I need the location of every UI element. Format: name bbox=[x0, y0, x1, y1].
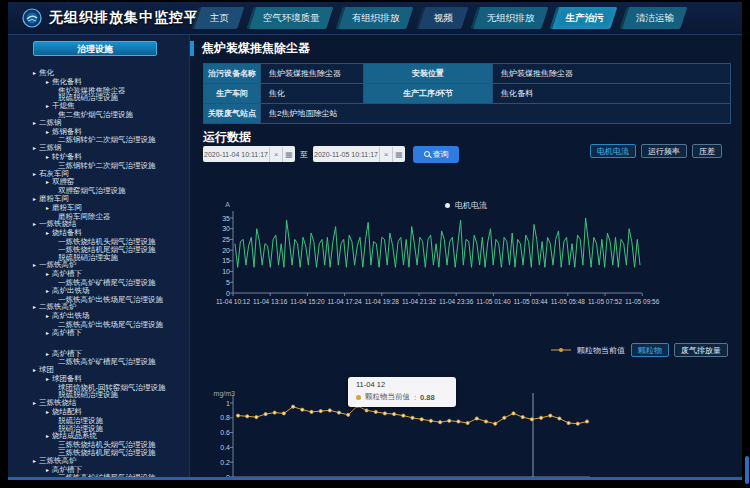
metric-button-1[interactable]: 运行频率 bbox=[641, 144, 687, 158]
svg-text:0.8: 0.8 bbox=[220, 414, 230, 421]
calendar-icon[interactable]: ▦ bbox=[392, 147, 405, 162]
svg-text:11-05 07:52: 11-05 07:52 bbox=[588, 298, 623, 305]
tree-item[interactable]: ▸三炼钢 bbox=[8, 144, 189, 153]
svg-text:35: 35 bbox=[222, 215, 230, 222]
sidebar-tab-facilities[interactable]: 治理设施 bbox=[33, 41, 157, 56]
svg-text:20: 20 bbox=[222, 247, 230, 254]
tree-item[interactable]: 磨粉车间除尘器 bbox=[8, 213, 189, 221]
chart2-toggle-0[interactable]: 颗粒物 bbox=[631, 343, 669, 357]
svg-text:11-04 21:32: 11-04 21:32 bbox=[402, 298, 437, 305]
tree-item[interactable]: ▸二炼钢 bbox=[8, 119, 189, 128]
tree-item[interactable]: 二炼铁高炉矿槽尾气治理设施 bbox=[8, 358, 189, 366]
nav-item-production-pollution-control[interactable]: 生产治污 bbox=[549, 7, 617, 29]
nav-item-clean-transport[interactable]: 清洁运输 bbox=[619, 7, 687, 29]
metric-button-0[interactable]: 电机电流 bbox=[590, 144, 636, 158]
info-value-gas-station: 焦2焦炉地面除尘站 bbox=[261, 104, 731, 124]
metric-button-2[interactable]: 压差 bbox=[692, 144, 722, 158]
chart2-toggle-1[interactable]: 废气排放量 bbox=[674, 343, 728, 357]
chart2-legend-label[interactable]: 颗粒物当前值 bbox=[577, 345, 625, 356]
nav-item-video[interactable]: 视频 bbox=[415, 7, 468, 29]
metric-tabs: 电机电流运行频率压差 bbox=[590, 144, 722, 158]
chevron-right-icon: ▸ bbox=[33, 145, 36, 153]
page-title-row: 焦炉装煤推焦除尘器 bbox=[190, 40, 310, 57]
motor-current-chart[interactable]: A0510152025303511-04 10:1211-04 13:1611-… bbox=[190, 195, 742, 309]
info-label-install-location: 安装位置 bbox=[364, 64, 493, 84]
tree-item[interactable]: 一炼铁高炉矿槽尾气治理设施 bbox=[8, 279, 189, 287]
tree-item[interactable]: 二炼铁高炉出铁场尾气治理设施 bbox=[8, 321, 189, 329]
tree-item[interactable]: ▸磨粉车间 bbox=[8, 195, 189, 204]
svg-text:A: A bbox=[225, 201, 230, 208]
date-from-input[interactable]: 2020-11-04 10:11:17 × ▦ bbox=[203, 146, 295, 162]
chevron-right-icon: ▸ bbox=[46, 376, 49, 384]
chevron-right-icon: ▸ bbox=[46, 409, 49, 417]
app-header: 无组织排放集中监控平台 主页空气环境质量有组织排放视频无组织排放生产治污清洁运输 bbox=[8, 2, 742, 35]
scrollbar-thumb[interactable] bbox=[745, 456, 749, 484]
search-icon bbox=[424, 151, 430, 157]
chevron-right-icon: ▸ bbox=[46, 351, 49, 359]
query-controls: 2020-11-04 10:11:17 × ▦ 至 2020-11-05 10:… bbox=[203, 145, 459, 163]
tree-item[interactable]: 双膛窑烟气治理设施 bbox=[8, 187, 189, 195]
chevron-right-icon: ▸ bbox=[46, 433, 49, 441]
tree-item[interactable]: ▸三炼铁高炉 bbox=[8, 457, 189, 466]
chevron-right-icon: ▸ bbox=[46, 313, 49, 321]
svg-text:5: 5 bbox=[226, 279, 230, 286]
svg-text:0.2: 0.2 bbox=[220, 459, 230, 466]
svg-text:11-04 17:24: 11-04 17:24 bbox=[327, 298, 362, 305]
chevron-right-icon: ▸ bbox=[33, 367, 36, 375]
chart2-toggle-buttons: 颗粒物废气排放量 bbox=[631, 343, 728, 357]
tree-item[interactable]: 脱硫脱硝治理设施 bbox=[8, 94, 189, 102]
tree-item[interactable]: ▸石灰车间 bbox=[8, 170, 189, 179]
chevron-right-icon: ▸ bbox=[46, 271, 49, 279]
svg-text:11-05 03:44: 11-05 03:44 bbox=[513, 298, 548, 305]
tree-item[interactable]: ▸三炼铁烧结 bbox=[8, 399, 189, 408]
svg-text:30: 30 bbox=[222, 225, 230, 232]
tree-item[interactable]: 一炼铁高炉出铁场尾气治理设施 bbox=[8, 296, 189, 304]
chevron-right-icon: ▸ bbox=[46, 230, 49, 238]
tree-item[interactable]: 三炼钢转炉二次烟气治理设施 bbox=[8, 162, 189, 170]
tree-item[interactable]: ▸球团 bbox=[8, 366, 189, 375]
tooltip-series-label: 颗粒物当前值 bbox=[365, 392, 410, 402]
tree-item[interactable]: ▸高炉槽下 bbox=[8, 329, 189, 338]
main-nav: 主页空气环境质量有组织排放视频无组织排放生产治污清洁运输 bbox=[195, 7, 684, 29]
device-info-table: 治污设备名称 焦炉装煤推焦除尘器 安装位置 焦炉装煤推焦除尘器 生产车间 焦化 … bbox=[203, 63, 731, 124]
tree-item[interactable]: 脱硫脱硝治理设施 bbox=[8, 391, 189, 399]
app-window: 无组织排放集中监控平台 主页空气环境质量有组织排放视频无组织排放生产治污清洁运输… bbox=[8, 2, 742, 480]
main-content: 焦炉装煤推焦除尘器 治污设备名称 焦炉装煤推焦除尘器 安装位置 焦炉装煤推焦除尘… bbox=[190, 35, 742, 480]
nav-item-home[interactable]: 主页 bbox=[191, 7, 244, 29]
tree-item[interactable]: 焦二焦炉烟气治理设施 bbox=[8, 111, 189, 119]
date-from-value: 2020-11-04 10:11:17 bbox=[203, 151, 269, 158]
tree-item[interactable]: ▸一炼铁高炉 bbox=[8, 261, 189, 270]
tree-item[interactable]: ▸焦化 bbox=[8, 69, 189, 78]
tooltip-value: 0.88 bbox=[420, 393, 435, 402]
tree-item[interactable]: ▸二炼铁高炉 bbox=[8, 303, 189, 312]
chevron-right-icon: ▸ bbox=[46, 179, 49, 187]
clear-icon[interactable]: × bbox=[379, 147, 392, 162]
nav-item-unorganized-emission[interactable]: 无组织排放 bbox=[470, 7, 548, 29]
chart2-legend-row: 颗粒物当前值 颗粒物废气排放量 bbox=[551, 343, 728, 357]
particulate-chart[interactable]: mg/m300.20.40.60.8111-04 1011-04 1211-04… bbox=[190, 360, 742, 480]
tree-item[interactable]: 脱硝治理设施 bbox=[8, 425, 189, 433]
query-button[interactable]: 查询 bbox=[413, 146, 459, 163]
svg-text:25: 25 bbox=[222, 236, 230, 243]
info-value-process: 焦化备料 bbox=[493, 84, 731, 104]
chevron-right-icon: ▸ bbox=[33, 120, 36, 128]
chevron-right-icon: ▸ bbox=[46, 79, 49, 87]
nav-item-air-quality[interactable]: 空气环境质量 bbox=[246, 7, 333, 29]
nav-item-organized-emission[interactable]: 有组织排放 bbox=[335, 7, 413, 29]
svg-text:11-05 01:40: 11-05 01:40 bbox=[476, 298, 511, 305]
chevron-right-icon: ▸ bbox=[33, 221, 36, 229]
info-value-workshop: 焦化 bbox=[261, 84, 364, 104]
tooltip-date: 11-04 12 bbox=[356, 380, 448, 389]
tree-item[interactable]: 脱硫脱硝治理实施 bbox=[8, 254, 189, 262]
chevron-right-icon: ▸ bbox=[46, 288, 49, 296]
tree-item[interactable]: 二炼钢转炉二次烟气治理设施 bbox=[8, 136, 189, 144]
svg-text:10: 10 bbox=[222, 268, 230, 275]
date-to-input[interactable]: 2020-11-05 10:11:17 × ▦ bbox=[313, 146, 405, 162]
calendar-icon[interactable]: ▦ bbox=[282, 147, 295, 162]
tree-item[interactable]: 三炼铁高炉矿槽尾气治理设施 bbox=[8, 474, 189, 480]
tree-item[interactable]: 三炼铁烧结机尾烟气治理设施 bbox=[8, 449, 189, 457]
clear-icon[interactable]: × bbox=[269, 147, 282, 162]
svg-text:0: 0 bbox=[226, 290, 230, 297]
tree-item[interactable]: ▸一炼铁烧结 bbox=[8, 220, 189, 229]
legend-line-icon bbox=[551, 346, 571, 354]
